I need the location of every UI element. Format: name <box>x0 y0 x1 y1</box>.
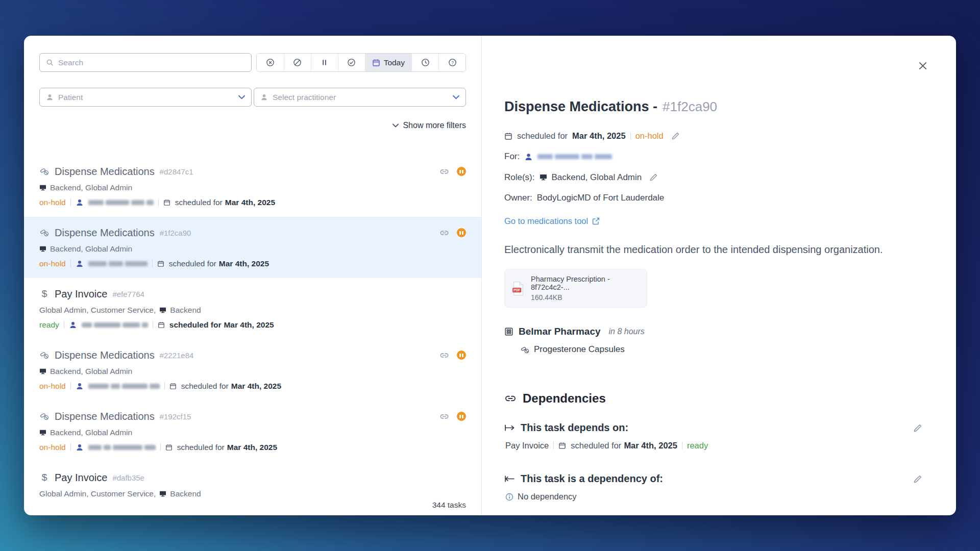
history-filter-button[interactable] <box>411 54 438 71</box>
task-status: on-hold <box>39 259 66 268</box>
vertical-divider <box>160 443 161 451</box>
person-icon <box>524 153 533 161</box>
task-status: on-hold <box>39 381 66 391</box>
roles-value: Backend, Global Admin <box>552 172 642 183</box>
owner-value: BodyLogicMD of Fort Lauderdale <box>537 193 664 203</box>
attachment-card[interactable]: PDF Pharmacy Prescription - 8f72c4c2-...… <box>504 269 647 308</box>
help-button[interactable]: ? <box>438 54 465 71</box>
pills-icon <box>521 346 529 354</box>
dependency-link-icon[interactable] <box>439 228 449 238</box>
dependency-of-icon <box>504 475 515 483</box>
pause-status-badge[interactable] <box>457 350 466 360</box>
chevron-down-icon <box>453 95 459 99</box>
vertical-divider <box>630 132 631 140</box>
detail-title-text: Dispense Medications - <box>504 98 657 115</box>
completed-filter-button[interactable] <box>338 54 365 71</box>
task-list-item[interactable]: Dispense Medications #2221e84 Backend, G… <box>24 339 481 400</box>
pause-status-badge[interactable] <box>457 412 466 421</box>
edit-roles-button[interactable] <box>648 172 659 183</box>
show-more-filters-button[interactable]: Show more filters <box>393 121 466 130</box>
close-button[interactable] <box>916 59 929 72</box>
scheduled-date: Mar 4th, 2025 <box>572 131 626 141</box>
task-id: #efe7764 <box>112 290 144 298</box>
task-list-item[interactable]: $ Pay Invoice #efe7764 Global Admin, Cus… <box>24 278 481 339</box>
edit-dependency-of-button[interactable] <box>912 473 923 485</box>
task-detail-panel: Dispense Medications - #1f2ca90 schedule… <box>482 36 956 515</box>
go-to-medications-tool-link[interactable]: Go to medications tool <box>504 216 600 226</box>
detail-for-row: For: <box>504 152 923 162</box>
calendar-icon <box>169 383 177 390</box>
info-icon <box>505 493 513 501</box>
task-roles: Backend, Global Admin <box>50 244 132 254</box>
dependencies-header: Dependencies <box>504 391 923 406</box>
pdf-file-icon: PDF <box>512 281 525 296</box>
today-calendar-icon <box>372 59 380 67</box>
patient-select-placeholder: Patient <box>58 93 234 102</box>
task-list-panel: Today ? Patient <box>24 36 482 515</box>
pause-status-badge[interactable] <box>457 167 466 176</box>
cancelled-filter-button[interactable] <box>284 54 311 71</box>
scheduled-text: scheduled forMar 4th, 2025 <box>177 442 277 452</box>
task-title: Dispense Medications <box>55 165 155 178</box>
calendar-icon <box>158 321 165 329</box>
detail-roles-row: Role(s): Backend, Global Admin <box>504 172 923 183</box>
patient-select[interactable]: Patient <box>39 88 252 107</box>
vertical-divider <box>164 382 165 390</box>
pills-icon <box>39 167 50 176</box>
scheduled-text: scheduled forMar 4th, 2025 <box>169 320 274 330</box>
pharmacy-icon <box>504 327 513 336</box>
svg-text:?: ? <box>451 60 454 65</box>
task-list-item-selected[interactable]: Dispense Medications #1f2ca90 Backend, G… <box>24 217 481 278</box>
today-filter-button[interactable]: Today <box>365 54 411 71</box>
scheduled-prefix: scheduled for <box>517 131 568 141</box>
svg-text:PDF: PDF <box>513 288 520 292</box>
task-title: Pay Invoice <box>55 288 107 300</box>
vertical-divider <box>553 442 554 449</box>
edit-depends-on-button[interactable] <box>912 422 923 434</box>
detail-task-id: #1f2ca90 <box>663 99 717 115</box>
person-icon <box>76 443 84 452</box>
task-id: #dafb35e <box>112 473 144 482</box>
practitioner-select[interactable]: Select practitioner <box>254 88 466 107</box>
edit-status-button[interactable] <box>670 131 681 141</box>
dollar-icon: $ <box>39 472 50 483</box>
task-roles: Backend, Global Admin <box>50 428 132 437</box>
dependency-link-icon[interactable] <box>439 412 449 421</box>
task-roles-prefix: Global Admin, Customer Service, <box>39 489 156 498</box>
clear-filter-button[interactable] <box>257 54 284 71</box>
task-list-item[interactable]: $ Pay Invoice #dafb35e Global Admin, Cus… <box>24 462 481 508</box>
owner-label: Owner: <box>504 193 532 203</box>
paused-filter-button[interactable] <box>311 54 338 71</box>
task-description: Electronically transmit the medication o… <box>504 243 923 256</box>
task-status: on-hold <box>39 442 66 452</box>
calendar-icon <box>165 444 173 451</box>
medication-row: Progesterone Capsules <box>521 344 923 355</box>
scheduled-text: scheduled forMar 4th, 2025 <box>571 441 677 450</box>
no-dependency-row: No dependency <box>504 492 923 502</box>
vertical-divider <box>682 442 682 449</box>
search-input[interactable] <box>58 58 245 67</box>
task-list: Dispense Medications #d2847c1 Backend, G… <box>24 156 481 515</box>
vertical-divider <box>70 382 71 390</box>
detail-title: Dispense Medications - #1f2ca90 <box>504 98 923 115</box>
task-list-item[interactable]: Dispense Medications #192cf15 Backend, G… <box>24 400 481 462</box>
task-title: Dispense Medications <box>55 410 155 422</box>
pharmacy-due: in 8 hours <box>609 327 645 336</box>
dependency-link-icon[interactable] <box>439 350 449 360</box>
vertical-divider <box>70 198 71 206</box>
monitor-icon <box>159 491 166 497</box>
dependency-item[interactable]: Pay Invoice scheduled forMar 4th, 2025 r… <box>504 441 923 450</box>
redacted-patient-name <box>88 445 156 450</box>
task-roles: Backend, Global Admin <box>50 183 132 192</box>
practitioner-select-placeholder: Select practitioner <box>273 93 448 102</box>
dependency-link-icon[interactable] <box>439 167 449 177</box>
monitor-icon <box>39 246 46 252</box>
task-roles: Backend <box>170 305 201 315</box>
today-filter-label: Today <box>384 58 405 67</box>
dependency-of-label: This task is a dependency of: <box>521 473 663 485</box>
dollar-icon: $ <box>39 288 50 299</box>
pause-status-badge[interactable] <box>457 228 466 237</box>
pharmacy-name: Belmar Pharmacy <box>519 326 601 337</box>
task-title: Pay Invoice <box>55 471 107 484</box>
task-list-item[interactable]: Dispense Medications #d2847c1 Backend, G… <box>24 156 481 217</box>
